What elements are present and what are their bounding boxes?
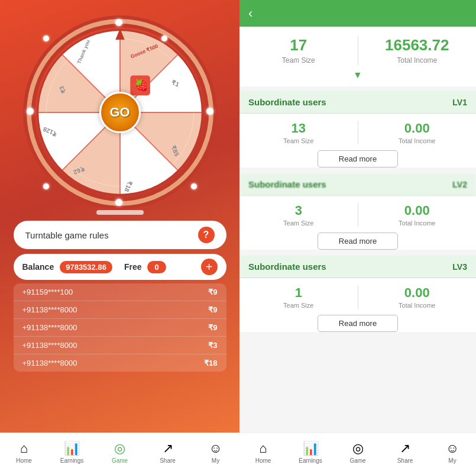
total-income-value: 16563.72 xyxy=(385,36,449,54)
right-my-icon: ☺ xyxy=(446,441,459,456)
lv3-team-size-value: 1 xyxy=(295,285,302,301)
lv1-team-size-value: 13 xyxy=(292,121,306,136)
lv3-stats: 1 Team Size 0.00 Total Income xyxy=(239,278,476,312)
amount: ₹9 xyxy=(208,305,217,314)
phone-number: +91138****8000 xyxy=(22,341,77,350)
lv2-team-size-value: 3 xyxy=(295,203,302,218)
table-row: +91138****8000 ₹18 xyxy=(14,354,226,372)
nav-item-share[interactable]: ↗ Share xyxy=(144,433,192,471)
dropdown-arrow-icon[interactable]: ▼ xyxy=(353,70,362,80)
right-nav-label-game: Game xyxy=(349,457,365,464)
amount: ₹9 xyxy=(208,323,217,332)
right-home-icon: ⌂ xyxy=(259,441,267,456)
amount: ₹3 xyxy=(208,341,217,350)
right-share-icon: ↗ xyxy=(400,441,410,456)
stats-row: 17 Team Size 16563.72 Total Income xyxy=(239,36,476,65)
lv1-stats: 13 Team Size 0.00 Total Income xyxy=(239,114,476,147)
team-size-value: 17 xyxy=(290,36,307,54)
amount: ₹9 xyxy=(208,288,217,296)
rules-text: Turntable game rules xyxy=(25,230,109,240)
right-nav-label-home: Home xyxy=(255,457,271,464)
table-row: +91138****8000 ₹3 xyxy=(14,337,226,354)
nav-item-game[interactable]: ◎ Game xyxy=(96,433,144,471)
balance-label: Balance xyxy=(22,262,54,272)
lv2-team-size: 3 Team Size xyxy=(239,203,358,227)
lv2-income-label: Total Income xyxy=(399,220,435,227)
right-earnings-icon: 📊 xyxy=(303,441,319,456)
nav-label-game: Game xyxy=(112,457,128,464)
lv1-income-label: Total Income xyxy=(399,137,435,144)
lv2-income-value: 0.00 xyxy=(404,203,430,218)
right-nav-my[interactable]: ☺ My xyxy=(429,433,476,471)
lv2-title: Subordinate users xyxy=(248,179,326,189)
plus-button[interactable]: + xyxy=(201,259,218,275)
lv3-team-size-label: Team Size xyxy=(283,302,313,309)
lv3-income: 0.00 Total Income xyxy=(358,285,477,309)
nav-label-earnings: Earnings xyxy=(60,457,83,464)
lv1-team-size-label: Team Size xyxy=(283,137,313,144)
back-button[interactable]: ‹ xyxy=(248,6,252,21)
nav-item-home[interactable]: ⌂ Home xyxy=(0,433,48,471)
team-size-label: Team Size xyxy=(282,56,315,64)
lv3-team-size: 1 Team Size xyxy=(239,285,358,309)
top-stats: 17 Team Size 16563.72 Total Income ▼ xyxy=(239,27,476,86)
lv2-read-more-button[interactable]: Read more xyxy=(318,233,398,250)
right-nav-label-my: My xyxy=(448,457,456,464)
nav-label-my: My xyxy=(212,457,219,464)
nav-item-earnings[interactable]: 📊 Earnings xyxy=(48,433,96,471)
rules-bar: Turntable game rules ? xyxy=(14,221,226,249)
svg-text:🍓: 🍓 xyxy=(134,78,148,92)
earnings-icon: 📊 xyxy=(64,441,80,456)
lv2-team-size-label: Team Size xyxy=(283,220,313,227)
lv3-title: Subordinate users xyxy=(248,262,326,272)
lv1-read-more-button[interactable]: Read more xyxy=(318,150,398,167)
right-nav-home[interactable]: ⌂ Home xyxy=(239,433,287,471)
transactions-list: +91159****100 ₹9 +91138****8000 ₹9 +9113… xyxy=(14,283,226,372)
right-nav-label-earnings: Earnings xyxy=(299,457,322,464)
go-button[interactable]: GO xyxy=(99,92,141,133)
lv2-income: 0.00 Total Income xyxy=(358,203,477,227)
right-header: ‹ xyxy=(239,0,476,27)
left-panel: Goose ₹500 ₹1 ₹85 ₹18 ₹62 ₹128 ₹3 Thank … xyxy=(0,0,239,471)
spin-indicator xyxy=(96,210,144,215)
lv1-team-size: 13 Team Size xyxy=(239,121,358,144)
free-label: Free xyxy=(124,262,142,272)
team-size-stat: 17 Team Size xyxy=(239,36,358,64)
question-button[interactable]: ? xyxy=(198,227,215,243)
right-game-icon: ◎ xyxy=(352,441,364,456)
table-row: +91159****100 ₹9 xyxy=(14,283,226,301)
phone-number: +91138****8000 xyxy=(22,359,77,367)
lv2-level: LV2 xyxy=(452,180,467,189)
total-income-label: Total Income xyxy=(397,56,437,64)
lv1-title: Subordinate users xyxy=(248,97,326,107)
nav-label-share: Share xyxy=(160,457,176,464)
lv1-income: 0.00 Total Income xyxy=(358,121,477,144)
right-nav-share[interactable]: ↗ Share xyxy=(381,433,429,471)
right-nav-game[interactable]: ◎ Game xyxy=(334,433,381,471)
lv1-income-value: 0.00 xyxy=(404,121,430,136)
lv2-header: Subordinate users LV2 xyxy=(239,173,476,196)
lv2-stats: 3 Team Size 0.00 Total Income xyxy=(239,196,476,230)
lv3-income-label: Total Income xyxy=(399,302,435,309)
lv1-level: LV1 xyxy=(452,98,467,107)
amount: ₹18 xyxy=(204,359,217,367)
phone-number: +91138****8000 xyxy=(22,323,77,332)
table-row: +91138****8000 ₹9 xyxy=(14,319,226,337)
lv3-read-more-button[interactable]: Read more xyxy=(318,315,398,332)
home-icon: ⌂ xyxy=(20,441,28,456)
scroll-content: 17 Team Size 16563.72 Total Income ▼ Sub… xyxy=(239,27,476,471)
phone-number: +91159****100 xyxy=(22,288,73,296)
lv3-header: Subordinate users LV3 xyxy=(239,256,476,278)
phone-number: +91138****8000 xyxy=(22,305,77,314)
lv2-section: Subordinate users LV2 3 Team Size 0.00 T… xyxy=(239,173,476,250)
lv3-level: LV3 xyxy=(452,262,467,272)
wheel-container: Goose ₹500 ₹1 ₹85 ₹18 ₹62 ₹128 ₹3 Thank … xyxy=(25,18,215,207)
right-bottom-nav: ⌂ Home 📊 Earnings ◎ Game ↗ Share ☺ My xyxy=(239,433,476,471)
right-nav-earnings[interactable]: 📊 Earnings xyxy=(287,433,334,471)
right-nav-label-share: Share xyxy=(397,457,413,464)
nav-item-my[interactable]: ☺ My xyxy=(192,433,239,471)
right-panel: ‹ 17 Team Size 16563.72 Total Income ▼ S… xyxy=(239,0,476,471)
lv3-income-value: 0.00 xyxy=(404,285,430,301)
lv3-section: Subordinate users LV3 1 Team Size 0.00 T… xyxy=(239,256,476,332)
balance-value: 9783532.86 xyxy=(60,261,112,273)
